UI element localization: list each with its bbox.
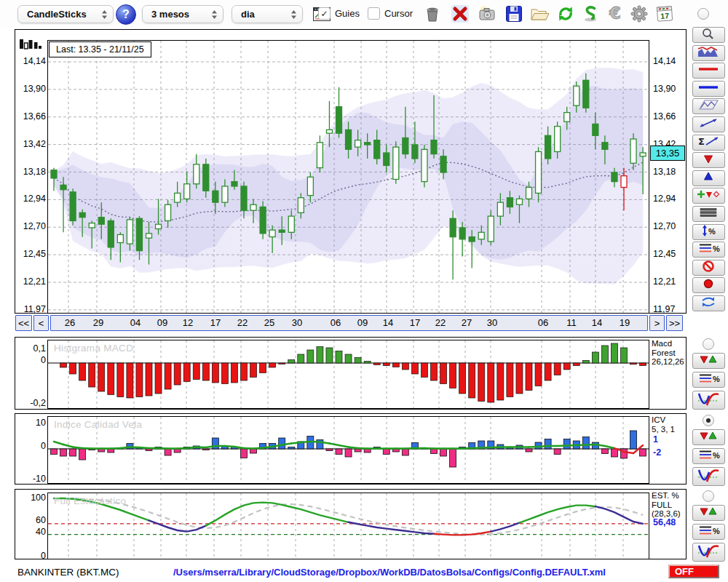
lines-percent-icon: % — [695, 242, 721, 258]
price-label-right: 12,21 — [653, 276, 676, 287]
guies-label: Guies — [335, 8, 360, 19]
trendline-tool-button[interactable] — [692, 116, 725, 132]
svg-text:%: % — [713, 527, 720, 535]
macd-arrows-button[interactable] — [692, 353, 725, 369]
nav-first-button[interactable]: << — [15, 315, 32, 331]
macd-lines-percent-button[interactable]: % — [692, 372, 725, 388]
nav-last-button[interactable]: >> — [666, 315, 683, 331]
svg-text:€: € — [609, 4, 621, 23]
chevron-updown-icon — [290, 9, 297, 20]
chevron-updown-icon — [211, 9, 218, 20]
blue-line-icon — [695, 81, 721, 97]
record-dot-icon — [695, 277, 721, 293]
stoch-lines-percent-button[interactable]: % — [692, 524, 725, 540]
svg-text:%: % — [713, 375, 720, 383]
zoom-tool-button[interactable] — [692, 27, 725, 43]
guies-checkbox[interactable]: ✓ — [318, 7, 331, 20]
magnifier-icon — [695, 27, 721, 43]
date-label: 17 — [205, 317, 226, 328]
stoch-axis-label: 100 — [17, 493, 46, 503]
date-label: 11 — [561, 317, 582, 328]
open-folder-icon[interactable] — [529, 4, 550, 24]
stoch-radio[interactable] — [703, 490, 714, 502]
off-toggle[interactable]: OFF — [668, 565, 719, 578]
trash-icon[interactable] — [422, 4, 443, 24]
chevron-updown-icon — [101, 9, 108, 20]
stoch-arrows-button[interactable] — [692, 505, 725, 521]
price-label-left: 12,45 — [17, 249, 46, 259]
icv-panel: 100-10 Indice Calidad Vela ICV5, 3, 1 1 … — [15, 413, 687, 485]
delete-cross-icon[interactable] — [450, 4, 470, 24]
tri-lines-icon — [695, 206, 721, 222]
svg-text:%: % — [713, 244, 720, 253]
icv-axis-label: 10 — [17, 418, 46, 428]
sigma-trend-icon: Σ — [695, 135, 721, 151]
refresh-icon[interactable] — [555, 4, 576, 24]
date-label: 12 — [177, 317, 199, 328]
date-label: 14 — [586, 317, 608, 328]
disable-tool-button[interactable] — [692, 260, 725, 276]
sell-marker-button[interactable] — [692, 152, 725, 168]
levels-tool-button[interactable] — [692, 206, 725, 222]
cursor-label: Cursor — [384, 8, 413, 19]
chart-type-select[interactable]: CandleSticks — [17, 5, 114, 23]
price-label-right: 12,94 — [653, 194, 676, 204]
save-floppy-icon[interactable] — [504, 4, 524, 24]
icv-curves-button[interactable] — [692, 467, 725, 486]
macd-curves-button[interactable] — [692, 391, 725, 410]
range-select[interactable]: 3 mesos — [142, 5, 223, 23]
icv-lines-percent-button[interactable]: % — [692, 448, 725, 464]
date-label: 09 — [352, 317, 373, 328]
stoch-axis-label: 40 — [17, 527, 46, 537]
measure-vertical-button[interactable]: % — [692, 224, 725, 240]
macd-radio[interactable] — [703, 338, 714, 350]
camera-icon[interactable] — [477, 4, 497, 24]
curves-icon — [695, 467, 721, 486]
price-label-left: 13,66 — [17, 111, 46, 121]
date-label: 25 — [258, 317, 280, 328]
blue-up-arrow-icon — [695, 170, 721, 186]
blue-hline-button[interactable] — [692, 81, 725, 97]
icv-radio[interactable] — [703, 415, 714, 426]
swap-refresh-button[interactable] — [692, 295, 725, 311]
status-bar: BANKINTER (BKT.MC) /Users/mserra/Library… — [0, 562, 728, 582]
help-button[interactable]: ? — [116, 4, 136, 25]
cursor-checkbox-group: Cursor — [368, 7, 413, 20]
stoch-curves-button[interactable] — [692, 543, 725, 562]
buy-marker-button[interactable] — [692, 170, 725, 186]
channel-tool-button[interactable] — [692, 98, 725, 114]
area-chart-icon — [695, 45, 721, 61]
nav-next-button[interactable]: > — [649, 315, 665, 331]
date-label: 30 — [286, 317, 308, 328]
toolbar-radio[interactable] — [697, 8, 709, 20]
stoch-plot[interactable]: Full Estocástico — [47, 493, 649, 559]
price-label-left: 13,42 — [17, 139, 46, 149]
icv-axis-label: 0 — [17, 441, 46, 451]
sync-icon[interactable] — [580, 4, 601, 24]
stoch-axis-label: 60 — [17, 515, 46, 525]
stoch-params-label: EST. %FULL(28,3,6) — [652, 491, 681, 519]
record-button[interactable] — [692, 277, 725, 293]
price-plot[interactable]: Last: 13.35 - 21/11/25 — [47, 40, 649, 314]
settings-gear-icon[interactable] — [629, 4, 649, 24]
svg-text:%: % — [708, 227, 716, 236]
cursor-checkbox[interactable] — [368, 7, 380, 20]
red-hline-button[interactable] — [692, 63, 725, 79]
interval-select[interactable]: dia — [232, 5, 303, 23]
price-label-right: 12,70 — [653, 221, 676, 231]
date-axis[interactable]: 2629040912172225300609141722273006111419 — [50, 315, 648, 331]
icv-arrows-button[interactable] — [692, 429, 725, 445]
interval-value: dia — [241, 9, 255, 20]
date-label: 06 — [532, 317, 554, 328]
icv-plot[interactable]: Indice Calidad Vela — [47, 416, 649, 484]
euro-icon[interactable]: € — [605, 4, 625, 24]
nav-prev-button[interactable]: < — [33, 315, 49, 331]
indicator-chart-button[interactable] — [692, 45, 725, 61]
lines-percent-button[interactable]: % — [692, 242, 725, 258]
price-label-right: 13,90 — [653, 84, 676, 94]
macd-plot[interactable]: Histgrama MACD — [47, 340, 649, 409]
add-signal-button[interactable] — [692, 188, 725, 204]
calendar-icon[interactable]: 17 — [654, 4, 675, 24]
sum-trend-tool-button[interactable]: Σ — [692, 135, 725, 151]
drawing-toolbar: Σ % % — [690, 27, 727, 311]
